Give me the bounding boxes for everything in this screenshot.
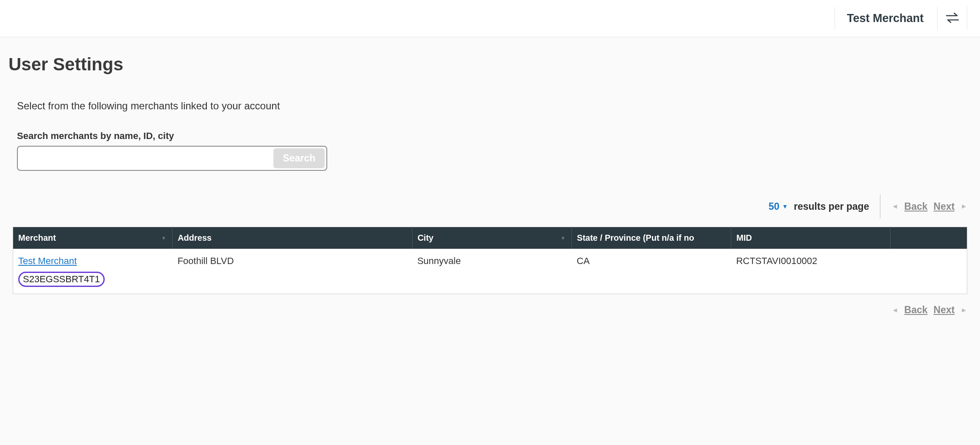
pager-next-link[interactable]: Next [933, 201, 955, 212]
col-mid[interactable]: MID [731, 227, 891, 249]
col-city[interactable]: City ▼ [412, 227, 571, 249]
sort-caret-icon: ▼ [161, 235, 166, 241]
table-row: Test Merchant S23EGSSBRT4T1 Foothill BLV… [13, 249, 967, 294]
cell-city: Sunnyvale [412, 249, 571, 294]
swap-merchant-button[interactable] [938, 7, 967, 31]
pager-back-arrow-icon: ◄ [891, 306, 898, 314]
sort-caret-icon: ▼ [560, 235, 565, 241]
search-row: Search [17, 146, 327, 171]
pager-back-arrow-icon: ◄ [891, 203, 898, 210]
results-per-page-label: results per page [794, 201, 869, 212]
merchant-id-badge: S23EGSSBRT4T1 [18, 272, 105, 287]
header-merchant-name: Test Merchant [835, 7, 938, 31]
col-merchant[interactable]: Merchant ▼ [13, 227, 173, 249]
cell-actions [891, 249, 967, 294]
chevron-down-icon: ▼ [782, 203, 788, 210]
col-state[interactable]: State / Province (Put n/a if no [572, 227, 731, 249]
page-instruction: Select from the following merchants link… [17, 100, 972, 112]
col-state-label: State / Province (Put n/a if no [577, 233, 694, 242]
top-header: Test Merchant [0, 0, 980, 37]
cell-merchant: Test Merchant S23EGSSBRT4T1 [13, 249, 173, 294]
pager-separator [880, 195, 880, 218]
pager-next-link[interactable]: Next [933, 304, 955, 316]
col-address[interactable]: Address [173, 227, 412, 249]
page-title: User Settings [8, 54, 972, 75]
col-city-label: City [418, 233, 434, 242]
page-size-select[interactable]: 50 ▼ [768, 201, 788, 212]
merchant-link[interactable]: Test Merchant [18, 256, 77, 267]
merchants-table: Merchant ▼ Address City ▼ State / Provin… [13, 227, 967, 294]
col-mid-label: MID [736, 233, 752, 242]
pager-back-link[interactable]: Back [904, 304, 927, 316]
pager-top: 50 ▼ results per page ◄ Back Next ► [8, 195, 967, 218]
col-merchant-label: Merchant [18, 233, 56, 242]
cell-state: CA [572, 249, 731, 294]
pager-next-arrow-icon: ► [961, 306, 967, 314]
cell-address: Foothill BLVD [173, 249, 412, 294]
page-size-value: 50 [768, 201, 780, 212]
search-label: Search merchants by name, ID, city [17, 131, 972, 142]
pager-back-link[interactable]: Back [904, 201, 927, 212]
search-input[interactable] [19, 149, 273, 168]
search-button[interactable]: Search [273, 148, 325, 168]
col-actions [891, 227, 967, 249]
table-header-row: Merchant ▼ Address City ▼ State / Provin… [13, 227, 967, 249]
cell-mid: RCTSTAVI0010002 [731, 249, 891, 294]
page-body: User Settings Select from the following … [0, 37, 980, 324]
swap-icon [945, 12, 960, 25]
pager-next-arrow-icon: ► [961, 203, 967, 210]
col-address-label: Address [178, 233, 212, 242]
pager-bottom: ◄ Back Next ► [8, 304, 967, 316]
